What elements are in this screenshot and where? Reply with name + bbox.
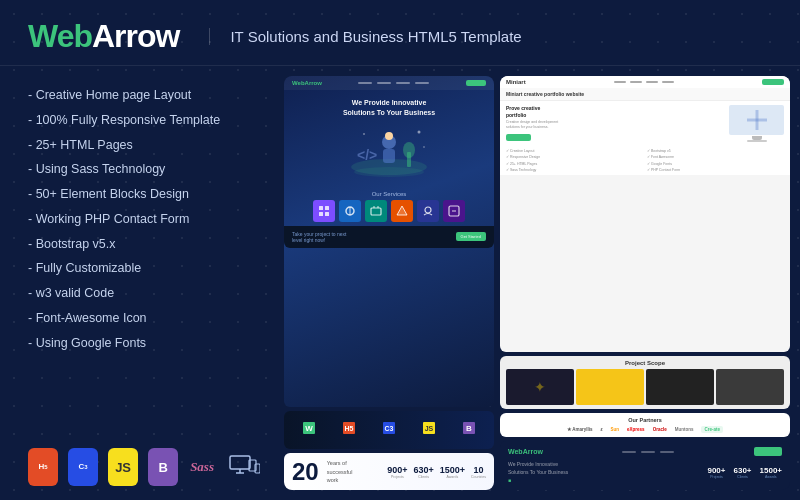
dark-bottom-content: We Provide InnovativeSolutions To Your B…	[508, 460, 782, 484]
light-hero-button	[506, 134, 531, 141]
features-column: - Creative Home page Layout - 100% Fully…	[0, 66, 280, 500]
light-nav-logo: Miniart	[506, 79, 526, 85]
dark-bottom-button	[754, 447, 782, 456]
scope-grid: ✦	[506, 369, 784, 405]
years-number: 20	[292, 460, 319, 484]
mock-cta-text: Take your project to nextlevel right now…	[292, 231, 346, 243]
svg-point-9	[385, 132, 393, 140]
svg-point-13	[418, 130, 421, 133]
scope-item	[716, 369, 784, 405]
light-feature-list-2: ✓ Bootstrap v5 ✓ Font Awesome ✓ Google F…	[647, 148, 784, 173]
light-nav: Miniart	[500, 76, 790, 88]
dark-bottom-section: WebArrow We Provide InnovativeSolutions …	[500, 441, 790, 490]
monitor-base	[747, 140, 767, 142]
light-hero-body: Creative design and developmentsolutions…	[506, 120, 725, 130]
stat-item: 1500+ Awards	[440, 465, 465, 479]
page-container: WebArrow IT Solutions and Business HTML5…	[0, 0, 800, 500]
dark-bottom-stats: 900+ Projects 630+ Clients 1500+ Awards	[707, 466, 782, 479]
dark-bottom-text: We Provide InnovativeSolutions To Your B…	[508, 460, 697, 484]
light-nav-link	[662, 81, 674, 83]
list-item: - 50+ Element Blocks Design	[28, 185, 260, 204]
tagline: IT Solutions and Business HTML5 Template	[209, 28, 521, 45]
stat-item: 630+ Clients	[413, 465, 433, 479]
light-feature-list: ✓ Creative Layout ✓ Responsive Design ✓ …	[506, 148, 643, 173]
service-box	[339, 200, 361, 222]
dark-site-mockup: WebArrow We Provide InnovativeSolutions …	[284, 76, 494, 407]
html5-badge: H 5	[28, 448, 58, 486]
mock-service-icons	[292, 200, 486, 222]
tech-icons-row: H 5 C 3 JS B Sass	[28, 448, 260, 490]
svg-rect-8	[383, 149, 395, 163]
partner-logo: Oracle	[653, 427, 667, 432]
svg-text:</>: </>	[357, 147, 377, 163]
mock-services-title: Our Services	[292, 191, 486, 197]
strip-tech-icon: H5	[342, 421, 356, 439]
years-stats: 900+ Projects 630+ Clients 1500+ Awards	[360, 465, 486, 479]
mock-nav-link	[415, 82, 429, 84]
light-nav-button	[762, 79, 784, 85]
main-content: - Creative Home page Layout - 100% Fully…	[0, 66, 800, 500]
mock-hero-section: We Provide InnovativeSolutions To Your B…	[284, 90, 494, 187]
svg-rect-17	[325, 206, 329, 210]
logo-web: Web	[28, 18, 92, 54]
service-box	[391, 200, 413, 222]
light-monitor	[729, 105, 784, 142]
partners-section: Our Partners ★ Amaryllis ε Sun eXpress O…	[500, 413, 790, 437]
project-scope-section: Project Scope ✦	[500, 356, 790, 409]
light-nav-link	[614, 81, 626, 83]
scope-item: ✦	[506, 369, 574, 405]
light-site-mockup: Miniart Miniart creative portfolio websi…	[500, 76, 790, 352]
stat-item: 900+ Projects	[387, 465, 407, 479]
sass-badge: Sass	[188, 459, 216, 475]
light-site-title: Miniart creative portfolio website	[506, 91, 784, 97]
dark-bottom-link	[641, 451, 655, 453]
partner-logo: Sun	[611, 427, 620, 432]
partners-row: ★ Amaryllis ε Sun eXpress Oracle Muntons…	[506, 426, 784, 433]
mock-nav-link	[358, 82, 372, 84]
svg-text:B: B	[466, 424, 472, 433]
list-item: - Creative Home page Layout	[28, 86, 260, 105]
mock-hero-title: We Provide InnovativeSolutions To Your B…	[294, 98, 484, 118]
dark-bottom-link	[660, 451, 674, 453]
svg-rect-0	[230, 456, 250, 469]
light-nav-links	[614, 81, 674, 83]
light-features-row: ✓ Creative Layout ✓ Responsive Design ✓ …	[500, 146, 790, 175]
monitor-screen	[729, 105, 784, 135]
service-box	[417, 200, 439, 222]
svg-point-6	[354, 167, 424, 177]
years-label: Years ofsuccessfulwork	[327, 459, 353, 484]
strip-tech-icon: W	[302, 421, 316, 439]
strip-tech-icon: C3	[382, 421, 396, 439]
list-item: - Font-Awesome Icon	[28, 309, 260, 328]
css3-badge: C 3	[68, 448, 98, 486]
mock-nav-links	[358, 82, 429, 84]
strip-tech-icon: B	[462, 421, 476, 439]
header: WebArrow IT Solutions and Business HTML5…	[0, 0, 800, 66]
hero-illustration: </>	[349, 122, 429, 177]
list-item: - Fully Customizable	[28, 259, 260, 278]
svg-text:C3: C3	[385, 425, 394, 432]
list-item: - Using Google Fonts	[28, 334, 260, 353]
mock-services-section: Our Services	[284, 187, 494, 226]
device-icon	[226, 449, 260, 485]
light-hero-text: Prove creativeportfolio Creative design …	[506, 105, 725, 142]
logo-arrow: Arrow	[92, 18, 179, 54]
dark-bottom-logo: WebArrow	[508, 448, 543, 455]
list-item: - Using Sass Technology	[28, 160, 260, 179]
svg-rect-22	[371, 208, 381, 215]
mock-nav-link	[377, 82, 391, 84]
svg-rect-18	[319, 212, 323, 216]
dark-strip: W H5 C3 JS B	[284, 411, 494, 449]
scope-item	[646, 369, 714, 405]
list-item: - w3 valid Code	[28, 284, 260, 303]
light-nav-link	[630, 81, 642, 83]
light-preview: Miniart Miniart creative portfolio websi…	[500, 76, 790, 490]
svg-text:JS: JS	[425, 425, 434, 432]
features-list: - Creative Home page Layout - 100% Fully…	[28, 86, 260, 352]
bottom-stat: 630+ Clients	[734, 466, 752, 479]
service-box	[443, 200, 465, 222]
svg-marker-25	[397, 206, 407, 215]
bootstrap-badge: B	[148, 448, 178, 486]
mock-cta: Take your project to nextlevel right now…	[284, 226, 494, 248]
svg-point-11	[403, 142, 415, 158]
